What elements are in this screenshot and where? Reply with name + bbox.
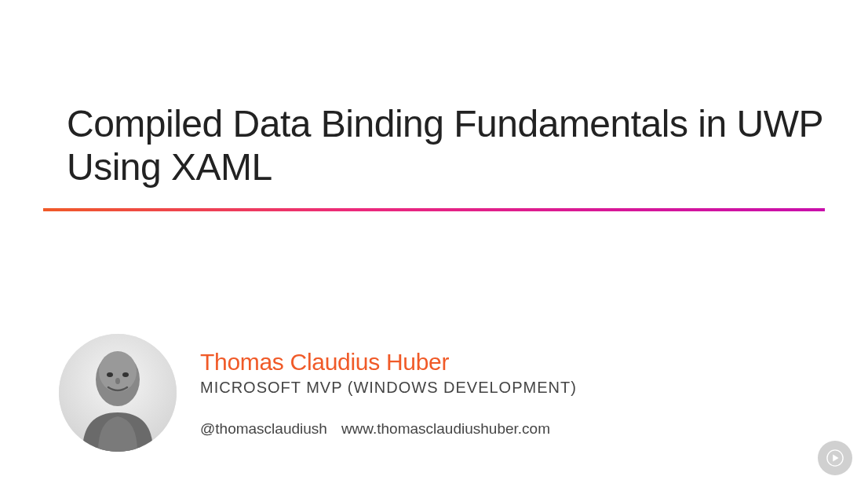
title-section: Compiled Data Binding Fundamentals in UW… (0, 0, 868, 189)
slide-container: Compiled Data Binding Fundamentals in UW… (0, 0, 868, 491)
svg-point-3 (107, 372, 113, 377)
svg-point-5 (115, 378, 120, 384)
author-avatar (59, 334, 177, 452)
avatar-icon (59, 334, 177, 452)
author-section: Thomas Claudius Huber MICROSOFT MVP (WIN… (59, 334, 577, 452)
author-website: www.thomasclaudiushuber.com (341, 420, 550, 438)
svg-point-2 (99, 351, 137, 392)
svg-point-4 (122, 372, 129, 377)
author-twitter: @thomasclaudiush (200, 420, 327, 438)
course-title: Compiled Data Binding Fundamentals in UW… (67, 102, 825, 189)
author-name: Thomas Claudius Huber (200, 349, 577, 376)
author-role: MICROSOFT MVP (WINDOWS DEVELOPMENT) (200, 379, 577, 397)
author-info: Thomas Claudius Huber MICROSOFT MVP (WIN… (200, 349, 577, 438)
gradient-divider (43, 208, 825, 211)
author-links: @thomasclaudiush www.thomasclaudiushuber… (200, 420, 577, 438)
play-icon (826, 449, 844, 467)
play-button[interactable] (818, 441, 852, 475)
